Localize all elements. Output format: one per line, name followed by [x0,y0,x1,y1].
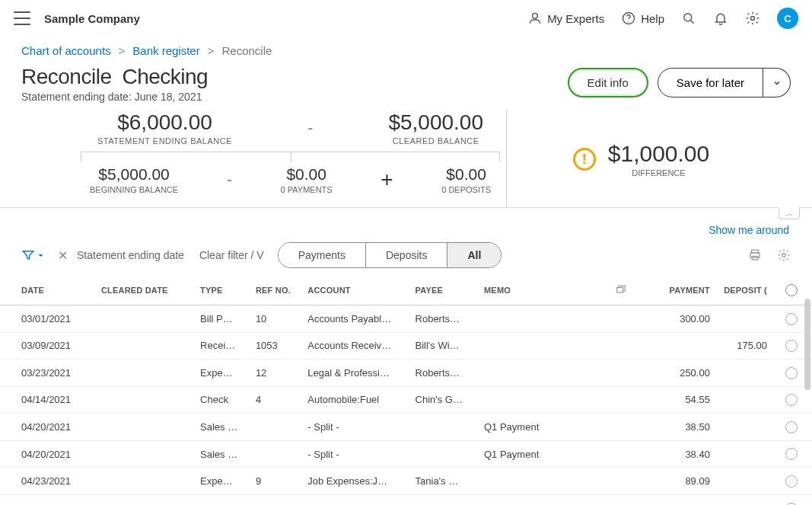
table-row[interactable]: 04/20/2021Sales …- Split -Q1 Payment38.5… [0,414,812,441]
cell-type: Check [196,386,251,414]
tab-group: Payments Deposits All [278,242,502,268]
table-row[interactable]: 03/09/2021Recei…1053Accounts Receiv…Bill… [0,332,812,360]
scrollbar[interactable] [804,299,810,390]
cell-type: Expe… [196,360,251,387]
cell-ref: 1053 [251,332,303,360]
collapse-toggle[interactable]: ︿ [779,207,800,219]
breadcrumb-chart[interactable]: Chart of accounts [21,44,111,57]
col-cleared-date[interactable]: CLEARED DATE [97,276,196,305]
minus-operator: - [213,170,246,190]
table-row[interactable]: 03/23/2021Expe…12Legal & Professi…Robert… [0,360,812,387]
table-row[interactable]: 04/14/2021Check4Automobile:FuelChin's G…… [0,386,812,414]
table-row[interactable]: 03/01/2021Bill P…10Accounts Payabl…Rober… [0,305,812,333]
table-row[interactable]: 04/23/2021Expe…9Job Expenses:J…Tania's …… [0,468,812,495]
svg-rect-9 [617,287,623,292]
cell-select[interactable] [772,494,812,505]
clear-filter-link[interactable]: Clear filter / V [199,249,264,261]
tab-payments[interactable]: Payments [279,243,365,267]
cell-select[interactable] [772,386,812,414]
cell-deposit [715,468,772,495]
cell-type: Sales … [196,414,251,441]
cell-ref: 10 [251,305,303,333]
print-icon[interactable] [748,248,762,262]
breadcrumb-sep: > [119,44,126,57]
cell-account: Legal & Professi… [303,494,410,505]
cell-cleared-date [97,468,196,495]
payments-total: $0.00 0 PAYMENTS [281,165,333,194]
clear-chip-button[interactable]: ✕ [58,248,68,263]
breadcrumb: Chart of accounts > Bank register > Reco… [21,44,791,57]
edit-info-button[interactable]: Edit info [568,68,648,97]
table-row[interactable]: 04/23/2021Check12Legal & Professi…Books … [0,494,812,505]
col-date[interactable]: DATE [0,276,97,305]
cell-date: 04/20/2021 [0,440,97,468]
cell-memo [479,332,610,360]
cell-deposit [715,440,772,468]
gear-icon[interactable] [745,11,760,26]
my-experts-link[interactable]: My Experts [527,11,604,26]
cell-select[interactable] [772,468,812,495]
cell-cleared-date [97,386,196,414]
filter-button[interactable] [21,248,44,262]
breadcrumb-sep: > [208,44,215,57]
col-type[interactable]: TYPE [196,276,251,305]
account-name: Checking [122,65,208,88]
cell-account: Accounts Payabl… [303,305,410,333]
help-link[interactable]: Help [621,11,664,26]
cell-cleared-date [97,332,196,360]
col-ref-no[interactable]: REF NO. [251,276,303,305]
col-memo[interactable]: MEMO [479,276,610,305]
tab-deposits[interactable]: Deposits [365,243,447,267]
cell-cleared-date [97,414,196,441]
breadcrumb-register[interactable]: Bank register [132,44,199,57]
avatar[interactable]: C [777,8,798,29]
cell-payment: 250.00 [652,360,715,387]
col-multi[interactable] [610,276,652,305]
cell-multi [610,360,652,387]
save-for-later-button[interactable]: Save for later [658,68,763,97]
svg-point-0 [533,13,538,18]
cell-memo [479,468,610,495]
col-account[interactable]: ACCOUNT [303,276,410,305]
cell-deposit [715,414,772,441]
cell-cleared-date [97,494,196,505]
multi-window-icon [615,283,627,296]
save-dropdown-button[interactable] [763,68,791,97]
cell-multi [610,494,652,505]
cell-ref [251,440,303,468]
cell-ref: 4 [251,386,303,414]
cell-payment: 55.00 [652,494,715,505]
svg-point-2 [628,21,629,22]
help-label: Help [641,12,664,25]
col-deposit[interactable]: DEPOSIT ( [715,276,772,305]
cell-memo [479,386,610,414]
settings-icon[interactable] [777,248,791,262]
cell-memo: Q1 Payment [479,440,610,468]
my-experts-label: My Experts [547,12,604,25]
cell-payee: Chin's G… [411,386,479,414]
cleared-balance: $5,000.00 CLEARED BALANCE [388,110,483,145]
cell-date: 04/14/2021 [0,386,97,414]
col-payee[interactable]: PAYEE [411,276,479,305]
cell-memo [479,305,610,333]
col-payment[interactable]: PAYMENT [652,276,715,305]
transactions-table: DATE CLEARED DATE TYPE REF NO. ACCOUNT P… [0,276,812,505]
menu-icon[interactable] [14,11,30,25]
cell-payment: 89.09 [652,468,715,495]
table-row[interactable]: 04/20/2021Sales …- Split -Q1 Payment38.4… [0,440,812,468]
svg-point-4 [751,17,755,21]
svg-rect-7 [752,257,758,260]
difference: $1,000.00 DIFFERENCE [608,141,709,177]
search-icon[interactable] [681,11,696,26]
cell-select[interactable] [772,414,812,441]
show-me-around-link[interactable]: Show me around [709,224,791,236]
cell-type: Bill P… [196,305,251,333]
expert-icon [527,11,543,26]
warning-icon: ! [573,148,596,171]
plus-operator: + [367,168,406,192]
cell-account: Job Expenses:J… [303,468,410,495]
tab-all[interactable]: All [447,243,501,267]
bell-icon[interactable] [713,11,728,26]
cell-select[interactable] [772,440,812,468]
statement-date: Statement ending date: June 18, 2021 [21,91,208,103]
